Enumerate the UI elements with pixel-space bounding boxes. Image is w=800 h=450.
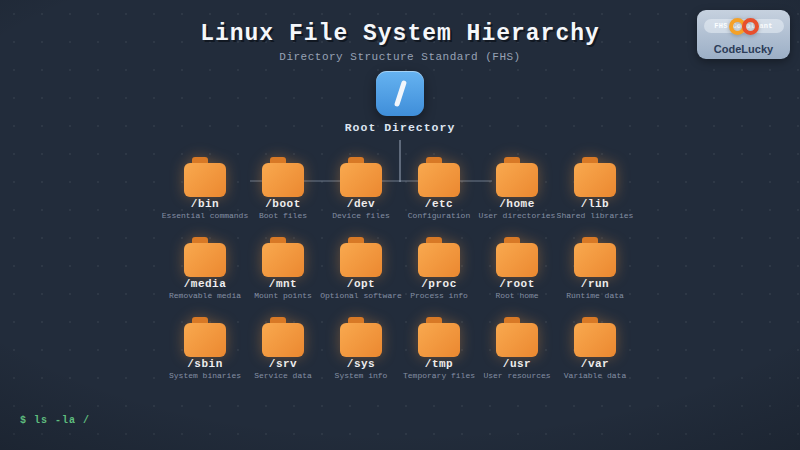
directory-item-tmp: /tmp Temporary files [400,317,478,380]
directory-description: User directories [479,211,556,220]
folder-icon [496,237,538,276]
directory-item-bin: /bin Essential commands [166,157,244,220]
folder-icon [418,237,460,276]
root-directory-icon [376,71,424,116]
brand-name: CodeLucky [697,43,790,55]
folder-icon [262,157,304,196]
directory-name: /run [581,278,609,290]
directory-description: Root home [495,291,538,300]
directory-name: /tmp [425,358,453,370]
directory-description: Configuration [408,211,470,220]
directory-name: /etc [425,198,453,210]
root-directory-label: Root Directory [0,121,800,134]
page-title: Linux File System Hierarchy [0,21,800,47]
directory-name: /dev [347,198,375,210]
directory-description: Shared libraries [557,211,634,220]
directory-item-usr: /usr User resources [478,317,556,380]
folder-icon [184,157,226,196]
folder-icon [574,157,616,196]
directory-name: /mnt [269,278,297,290]
directory-name: /bin [191,198,219,210]
directory-item-lib: /lib Shared libraries [556,157,634,220]
folder-icon [496,317,538,356]
terminal-prompt: $ ls -la / [20,415,90,426]
directory-item-run: /run Runtime data [556,237,634,300]
folder-icon [340,317,382,356]
folder-icon [262,237,304,276]
folder-icon [340,157,382,196]
directory-name: /lib [581,198,609,210]
directory-description: Optional software [320,291,402,300]
slash-icon [394,80,407,107]
directory-description: User resources [483,371,550,380]
codelucky-badge: FHS Compliant CodeLucky [697,10,790,59]
directory-description: Removable media [169,291,241,300]
directory-description: System binaries [169,371,241,380]
folder-icon [184,317,226,356]
directory-grid: /bin Essential commands /boot Boot files… [166,157,634,380]
directory-description: Variable data [564,371,626,380]
directory-description: Boot files [259,211,307,220]
directory-item-dev: /dev Device files [322,157,400,220]
folder-icon [340,237,382,276]
directory-description: Service data [254,371,312,380]
directory-description: Mount points [254,291,312,300]
directory-name: /sbin [187,358,223,370]
directory-item-root: /root Root home [478,237,556,300]
directory-name: /proc [421,278,457,290]
directory-item-opt: /opt Optional software [322,237,400,300]
directory-name: /usr [503,358,531,370]
folder-icon [574,237,616,276]
directory-item-sys: /sys System info [322,317,400,380]
infinity-ring-right [742,18,759,35]
directory-item-home: /home User directories [478,157,556,220]
directory-name: /srv [269,358,297,370]
directory-name: /var [581,358,609,370]
directory-item-proc: /proc Process info [400,237,478,300]
directory-name: /opt [347,278,375,290]
page-subtitle: Directory Structure Standard (FHS) [0,51,800,63]
directory-description: Device files [332,211,390,220]
folder-icon [496,157,538,196]
directory-item-var: /var Variable data [556,317,634,380]
directory-name: /boot [265,198,301,210]
directory-item-mnt: /mnt Mount points [244,237,322,300]
directory-name: /media [184,278,227,290]
directory-item-etc: /etc Configuration [400,157,478,220]
directory-name: /sys [347,358,375,370]
folder-icon [418,157,460,196]
directory-description: Temporary files [403,371,475,380]
folder-icon [574,317,616,356]
directory-item-sbin: /sbin System binaries [166,317,244,380]
directory-description: Process info [410,291,468,300]
directory-description: Essential commands [162,211,248,220]
directory-item-boot: /boot Boot files [244,157,322,220]
infinity-logo-icon [729,18,759,35]
directory-item-srv: /srv Service data [244,317,322,380]
folder-icon [184,237,226,276]
directory-description: Runtime data [566,291,624,300]
directory-description: System info [335,371,388,380]
folder-icon [262,317,304,356]
directory-item-media: /media Removable media [166,237,244,300]
folder-icon [418,317,460,356]
directory-name: /home [499,198,535,210]
directory-name: /root [499,278,535,290]
